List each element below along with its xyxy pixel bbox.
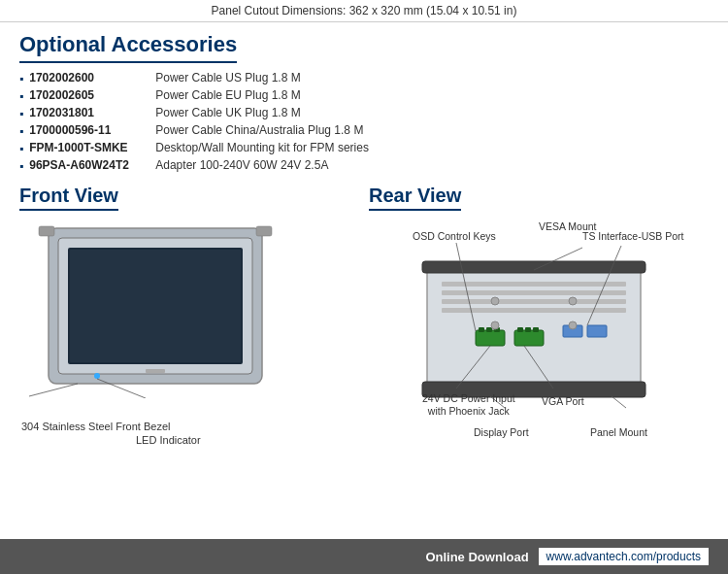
views-row: Front View (19, 185, 709, 442)
acc-desc: Desktop/Wall Mounting kit for FPM series (155, 141, 369, 154)
24v-label-text: 24V DC Power Inputwith Phoenix Jack (422, 392, 515, 418)
svg-rect-16 (442, 308, 626, 313)
acc-code: 1702002605 (29, 88, 155, 102)
label-bezel: 304 Stainless Steel Front Bezel (21, 421, 170, 432)
acc-desc: Adapter 100-240V 60W 24V 2.5A (155, 158, 328, 172)
acc-code: 1702031801 (29, 106, 155, 119)
accessories-title: Optional Accessories (19, 32, 237, 63)
front-view-title: Front View (19, 185, 118, 211)
top-bar: Panel Cutout Dimensions: 362 x 320 mm (1… (0, 0, 728, 22)
acc-desc: Power Cable EU Plug 1.8 M (155, 88, 300, 102)
vga-label-text: VGA Port (542, 395, 584, 407)
svg-rect-22 (517, 327, 523, 332)
svg-line-9 (29, 384, 78, 396)
front-view-svg (19, 219, 291, 398)
acc-code: 1700000596-11 (29, 123, 155, 137)
svg-rect-26 (587, 325, 607, 337)
label-vga: VGA Port (542, 395, 584, 407)
label-osd: OSD Control Keys (413, 230, 496, 242)
main-content: Optional Accessories 1702002600 Power Ca… (0, 22, 728, 442)
list-item: FPM-1000T-SMKE Desktop/Wall Mounting kit… (19, 141, 709, 155)
led-label-text: LED Indicator (136, 434, 201, 446)
list-item: 1700000596-11 Power Cable China/Australi… (19, 123, 709, 138)
svg-point-27 (491, 297, 499, 305)
svg-point-7 (94, 373, 100, 379)
svg-rect-5 (39, 226, 54, 236)
svg-line-37 (612, 396, 626, 408)
rear-view-title: Rear View (369, 185, 461, 211)
footer-label: Online Download (425, 550, 528, 564)
label-display-port: Display Port (474, 426, 529, 438)
svg-point-30 (569, 321, 577, 329)
osd-label-text: OSD Control Keys (413, 230, 496, 242)
svg-rect-19 (486, 327, 492, 332)
svg-rect-23 (525, 327, 531, 332)
label-led: LED Indicator (136, 434, 201, 446)
list-item: 1702002600 Power Cable US Plug 1.8 M (19, 71, 709, 85)
svg-rect-13 (442, 282, 626, 287)
footer-url: www.advantech.com/products (539, 548, 709, 565)
svg-rect-17 (476, 330, 505, 346)
rear-view-svg (369, 219, 699, 413)
acc-code: 1702002600 (29, 71, 155, 84)
front-view-container: 304 Stainless Steel Front Bezel LED Indi… (19, 219, 291, 432)
svg-point-29 (491, 321, 499, 329)
svg-rect-6 (256, 226, 272, 236)
acc-code: FPM-1000T-SMKE (29, 141, 155, 154)
display-port-label-text: Display Port (474, 426, 529, 438)
label-panel-mount: Panel Mount (590, 426, 647, 438)
svg-rect-4 (146, 369, 165, 373)
rear-view-section: Rear View (369, 185, 709, 442)
label-ts-usb: TS Interface-USB Port (582, 230, 683, 242)
list-item: 1702002605 Power Cable EU Plug 1.8 M (19, 88, 709, 103)
acc-desc: Power Cable China/Australia Plug 1.8 M (155, 123, 363, 137)
svg-rect-3 (70, 250, 241, 362)
list-item: 1702031801 Power Cable UK Plug 1.8 M (19, 106, 709, 120)
accessories-list: 1702002600 Power Cable US Plug 1.8 M 170… (19, 71, 709, 173)
acc-desc: Power Cable US Plug 1.8 M (155, 71, 300, 84)
svg-rect-24 (533, 327, 539, 332)
svg-rect-21 (514, 330, 544, 346)
panel-mount-label-text: Panel Mount (590, 426, 647, 438)
footer: Online Download www.advantech.com/produc… (0, 539, 728, 574)
svg-rect-14 (442, 290, 626, 295)
accessories-section: Optional Accessories 1702002600 Power Ca… (19, 32, 709, 173)
panel-cutout-text: Panel Cutout Dimensions: 362 x 320 mm (1… (212, 4, 517, 17)
svg-point-28 (569, 297, 577, 305)
ts-usb-label-text: TS Interface-USB Port (582, 230, 683, 242)
label-24v: 24V DC Power Inputwith Phoenix Jack (422, 392, 515, 419)
list-item: 96PSA-A60W24T2 Adapter 100-240V 60W 24V … (19, 158, 709, 173)
front-view-section: Front View (19, 185, 359, 432)
acc-desc: Power Cable UK Plug 1.8 M (155, 106, 300, 119)
rear-view-container: VESA Mount OSD Control Keys TS Interface… (369, 219, 699, 442)
acc-code: 96PSA-A60W24T2 (29, 158, 155, 172)
svg-rect-18 (479, 327, 484, 332)
bezel-label-text: 304 Stainless Steel Front Bezel (21, 421, 170, 432)
